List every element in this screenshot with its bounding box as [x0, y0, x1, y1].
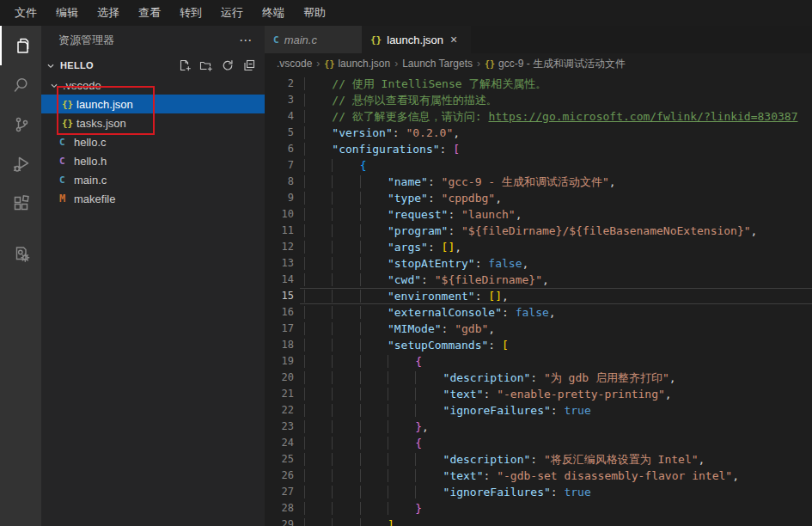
line-number: 3: [265, 92, 294, 108]
indent-guide: [388, 404, 415, 417]
code-line: 20 "description": "为 gdb 启用整齐打印",: [265, 370, 812, 386]
indent-guide: [304, 143, 332, 156]
indent-guide: [388, 371, 415, 384]
tree-item-launch.json[interactable]: {}launch.json: [41, 95, 265, 113]
comment-link[interactable]: https://go.microsoft.com/fwlink/?linkid=…: [488, 110, 797, 123]
menu-item[interactable]: 编辑: [46, 5, 88, 21]
line-number: 6: [265, 141, 294, 157]
tree-item-main.c[interactable]: Cmain.c: [41, 170, 265, 189]
breadcrumb-item[interactable]: {}gcc-9 - 生成和调试活动文件: [485, 57, 626, 71]
line-number: 23: [265, 419, 294, 435]
line-number: 22: [265, 402, 294, 419]
menu-item[interactable]: 终端: [253, 5, 294, 21]
breadcrumb-separator: ›: [394, 58, 398, 70]
indent-guide: [332, 371, 359, 384]
indent-guide: [304, 437, 332, 450]
indent-guide: [388, 420, 415, 433]
tree-item-label: tasks.json: [76, 117, 126, 130]
indent-guide: [332, 486, 359, 498]
indent-guide: [332, 192, 359, 205]
explorer-icon[interactable]: [0, 26, 41, 65]
line-number: 19: [265, 353, 294, 370]
indent-guide: [332, 159, 359, 172]
line-number: 28: [265, 500, 294, 517]
extensions-icon[interactable]: [0, 184, 41, 223]
code-line: 16 "externalConsole": false,: [265, 304, 812, 321]
indent-guide: [304, 502, 332, 515]
new-file-icon[interactable]: [178, 58, 192, 72]
indent-guide: [304, 453, 332, 466]
code-line: 27 "ignoreFailures": true: [265, 484, 812, 500]
code-line: 24 {: [265, 435, 812, 451]
line-number: 29: [265, 517, 294, 526]
tree-item-makefile[interactable]: Mmakefile: [41, 189, 265, 208]
menu-item[interactable]: 选择: [88, 5, 129, 21]
tree-item-.vscode[interactable]: .vscode: [41, 76, 265, 95]
code-line: 19 {: [265, 353, 812, 370]
tree-item-tasks.json[interactable]: {}tasks.json: [41, 113, 265, 132]
refresh-icon[interactable]: [221, 58, 235, 72]
code-editor[interactable]: 2 // 使用 IntelliSense 了解相关属性。3 // 悬停以查看现有…: [265, 74, 812, 526]
code-line: 21 "text": "-enable-pretty-printing",: [265, 386, 812, 402]
line-number: 16: [265, 304, 294, 321]
close-icon[interactable]: ×: [450, 34, 457, 46]
indent-guide: [304, 159, 332, 172]
indent-guide: [360, 420, 388, 433]
indent-guide: [415, 371, 443, 384]
breadcrumb-item[interactable]: .vscode: [277, 58, 312, 70]
file-tree: .vscode{}launch.json{}tasks.jsonChello.c…: [41, 76, 265, 208]
json-symbol-icon: {}: [485, 59, 495, 69]
menu-item[interactable]: 文件: [5, 5, 46, 21]
indent-guide: [332, 388, 359, 401]
indent-guide: [360, 486, 388, 498]
indent-guide: [332, 437, 359, 450]
folder-section-header[interactable]: HELLO: [41, 55, 265, 76]
source-control-icon[interactable]: [0, 105, 41, 144]
new-folder-icon[interactable]: [199, 58, 213, 72]
indent-guide: [388, 469, 415, 482]
code-line: 26 "text": "-gdb-set disassembly-flavor …: [265, 468, 812, 484]
code-line: 7 {: [265, 157, 812, 174]
indent-guide: [304, 486, 332, 498]
indent-guide: [332, 404, 359, 417]
tree-item-hello.c[interactable]: Chello.c: [41, 132, 265, 151]
indent-guide: [304, 355, 332, 368]
breadcrumb-separator: ›: [316, 58, 320, 70]
tree-item-hello.h[interactable]: Chello.h: [41, 151, 265, 170]
indent-guide: [332, 502, 359, 515]
more-actions-icon[interactable]: ⋯: [239, 33, 253, 48]
indent-guide: [332, 241, 359, 254]
indent-guide: [304, 273, 332, 286]
file-settings-icon[interactable]: [0, 234, 41, 273]
search-icon[interactable]: [0, 65, 41, 105]
line-number: 25: [265, 451, 294, 468]
chevron-down-icon: [45, 58, 58, 72]
menu-item[interactable]: 转到: [170, 5, 211, 21]
indent-guide: [360, 404, 388, 417]
menu-item[interactable]: 查看: [129, 5, 170, 21]
menu-item[interactable]: 运行: [211, 5, 253, 21]
line-number: 27: [265, 484, 294, 500]
menu-item[interactable]: 帮助: [294, 5, 335, 21]
indent-guide: [360, 453, 388, 466]
indent-guide: [388, 453, 415, 466]
indent-guide: [360, 192, 388, 205]
code-line: 15 "environment": [],: [265, 288, 812, 304]
indent-guide: [415, 404, 443, 417]
run-debug-icon[interactable]: [0, 144, 41, 184]
indent-guide: [304, 110, 332, 123]
code-line: 25 "description": "将反汇编风格设置为 Intel",: [265, 451, 812, 468]
tab-main-c[interactable]: C main.c: [265, 26, 362, 53]
indent-guide: [332, 306, 359, 319]
collapse-all-icon[interactable]: [242, 58, 256, 72]
indent-guide: [360, 502, 388, 515]
line-number: 13: [265, 255, 294, 272]
workspace-folder-label: HELLO: [60, 60, 178, 70]
indent-guide: [332, 322, 359, 335]
line-number: 9: [265, 190, 294, 206]
tab-launch-json[interactable]: {} launch.json ×: [362, 26, 471, 53]
breadcrumb-item[interactable]: Launch Targets: [402, 58, 473, 70]
breadcrumb-item[interactable]: {}launch.json: [324, 58, 390, 70]
tree-item-label: launch.json: [76, 98, 133, 111]
code-line: 14 "cwd": "${fileDirname}",: [265, 272, 812, 288]
